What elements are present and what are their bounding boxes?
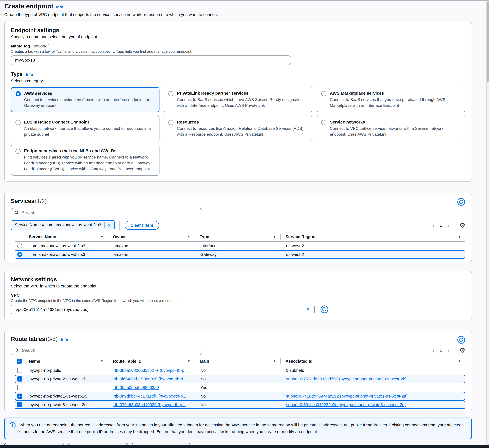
radio-icon[interactable] (16, 149, 21, 154)
route-table-row-private3[interactable]: ✓ byovpc-rtb-private3-us-west-2c rtb-076… (15, 400, 465, 409)
radio-selected-icon[interactable] (17, 252, 22, 257)
vpc-label: VPC (11, 293, 20, 298)
route-tables-heading: Route tables (11, 336, 45, 342)
route-table-row-private1[interactable]: ✓ byovpc-rtb-private1-us-west-2a rtb-0a9… (15, 392, 465, 400)
route-table-id-link[interactable]: rtb-076fdf3b08ed10036 (byovpc-rtb-p... (114, 402, 186, 407)
previous-page-icon[interactable]: ‹ (432, 222, 435, 229)
page-header: Create endpointInfo Create the type of V… (4, 2, 472, 17)
route-tables-card: Route tables (3/5) Info Search (4, 331, 472, 411)
gear-icon[interactable]: ⚙ (459, 222, 465, 229)
subnet-link[interactable]: subnet-0f891cec049232c2e (byovpc-subnet-… (286, 402, 406, 407)
services-search-input[interactable]: Search (11, 208, 202, 217)
filter-icon[interactable]: ▼ (100, 235, 104, 239)
route-table-id-link[interactable]: rtb-06ae0dbd6a88593a0 (114, 385, 159, 390)
type-option-ec2-instance-connect[interactable]: EC2 Instance Connect Endpoint An elastic… (11, 116, 159, 141)
column-header-associated-id[interactable]: Associated Id ▼ (280, 358, 465, 364)
filter-icon[interactable]: ▼ (273, 359, 276, 363)
filter-icon[interactable]: ▼ (458, 359, 461, 363)
endpoint-settings-description: Specify a name and select the type of en… (11, 35, 465, 39)
network-settings-heading: Network settings (11, 276, 57, 282)
route-table-row-main[interactable]: – rtb-06ae0dbd6a88593a0 Yes – (15, 383, 465, 392)
main-cell: No (195, 368, 281, 373)
column-header-type[interactable]: Type ▼ (195, 233, 280, 240)
radio-icon[interactable] (16, 120, 21, 125)
route-table-row-private2[interactable]: ✓ byovpc-rtb-private2-us-west-2b rtb-0f6… (15, 375, 465, 383)
search-placeholder: Search (22, 210, 35, 215)
route-table-id-link[interactable]: rtb-0a9ddbe64c1711df6 (byovpc-rtb-p... (114, 394, 186, 398)
column-header-main[interactable]: Main ▼ (195, 358, 280, 364)
search-icon (14, 348, 19, 353)
checkbox-unchecked[interactable] (17, 385, 22, 390)
radio-icon[interactable] (321, 120, 326, 125)
route-tables-header: − Name ▼ Route Table ID ▼ Main ▼ Associa… (15, 358, 465, 366)
radio-icon[interactable] (321, 91, 326, 96)
route-table-row-public[interactable]: byovpc-rtb-public rtb-0bba10806b33cb27e … (15, 366, 465, 375)
type-option-title: Endpoint services that use NLBs and GWLB… (24, 148, 155, 153)
main-cell: No (195, 394, 281, 398)
route-tables-search-input[interactable]: Search (11, 346, 202, 355)
vpc-select[interactable]: vpc-0eb11514a74631e5f (byovpc-vpc) ▼ (11, 305, 315, 314)
subnet-link[interactable]: subnet-07418de78974ac292 (byovpc-subnet-… (286, 394, 408, 398)
type-option-description: An elastic network interface that allows… (24, 126, 155, 137)
type-info-link[interactable]: Info (26, 73, 33, 77)
clear-filters-button[interactable]: Clear filters (125, 221, 159, 230)
type-option-service-networks[interactable]: Service networks Connect to VPC Lattice … (317, 116, 465, 141)
column-header-owner[interactable]: Owner ▼ (108, 233, 195, 240)
type-option-resources[interactable]: Resources Connect to resources like Amaz… (164, 116, 312, 141)
column-header-service-name[interactable]: Service Name ▼ (24, 233, 108, 240)
route-tables-refresh-button[interactable] (457, 336, 465, 344)
filter-icon[interactable]: ▼ (100, 359, 104, 363)
service-row-interface[interactable]: com.amazonaws.us-west-2.s3 amazon Interf… (15, 241, 465, 250)
name-tag-input[interactable] (11, 56, 291, 65)
vpc-selected-value: vpc-0eb11514a74631e5f (byovpc-vpc) (16, 307, 89, 312)
filter-icon[interactable]: ▼ (458, 235, 461, 239)
gear-icon[interactable]: ⚙ (459, 347, 465, 354)
filter-icon[interactable]: ▼ (273, 235, 276, 239)
alert-text: When you use an endpoint, the source IP … (19, 422, 467, 435)
filter-icon[interactable]: ▼ (187, 235, 190, 239)
page-number[interactable]: 1 (440, 348, 442, 353)
radio-icon[interactable] (17, 243, 22, 248)
radio-icon[interactable] (168, 91, 173, 96)
column-header-name[interactable]: Name ▼ (24, 358, 108, 364)
services-table-header: Service Name ▼ Owner ▼ Type ▼ Service Re… (15, 233, 465, 241)
service-row-gateway-selected[interactable]: com.amazonaws.us-west-2.s3 amazon Gatewa… (15, 250, 465, 259)
checkbox-checked[interactable]: ✓ (17, 394, 22, 399)
radio-icon[interactable] (168, 120, 173, 125)
column-header-service-region[interactable]: Service Region ▼ (280, 233, 465, 240)
previous-page-icon[interactable]: ‹ (432, 347, 435, 354)
main-cell: No (195, 377, 281, 382)
subnet-count-trigger[interactable]: 3 subnets (286, 368, 304, 373)
checkbox-checked[interactable]: ✓ (17, 376, 22, 382)
close-icon[interactable]: ✕ (104, 222, 114, 228)
page-number[interactable]: 1 (440, 223, 442, 228)
scrollbar-thumb[interactable] (487, 2, 489, 82)
next-page-icon[interactable]: › (447, 222, 449, 229)
select-all-checkbox-indeterminate[interactable]: − (16, 359, 22, 364)
type-option-aws-services[interactable]: AWS services Connect to services provide… (11, 87, 159, 112)
filter-icon[interactable]: ▼ (187, 359, 190, 363)
type-option-nlb-gwlb-services[interactable]: Endpoint services that use NLBs and GWLB… (11, 145, 159, 175)
network-settings-description: Select the VPC in which to create the en… (11, 284, 465, 289)
route-table-id-link[interactable]: rtb-0f65438d1199ed009 (byovpc-rtb-p... (114, 377, 187, 381)
name-tag-description: Creates a tag with a key of 'Name' and a… (11, 49, 465, 54)
refresh-button[interactable] (457, 198, 465, 206)
checkbox-checked[interactable]: ✓ (17, 402, 22, 407)
route-tables-info-link[interactable]: Info (61, 338, 68, 342)
vpc-refresh-button[interactable] (320, 305, 328, 313)
column-header-route-table-id[interactable]: Route Table ID ▼ (108, 358, 195, 364)
radio-selected-icon[interactable] (16, 91, 21, 96)
vertical-scrollbar[interactable] (486, 0, 489, 448)
endpoint-settings-heading: Endpoint settings (11, 27, 59, 33)
route-table-id-link[interactable]: rtb-0bba10806b33cb27e (byovpc-rtb-p... (114, 368, 188, 373)
subnet-link[interactable]: subnet-0f752ad83333ad707 (byovpc-subnet-… (286, 377, 407, 381)
next-page-icon[interactable]: › (447, 347, 449, 354)
checkbox-unchecked[interactable] (17, 368, 22, 373)
page-info-link[interactable]: Info (56, 5, 63, 9)
services-card: Services (1/2) Search Service Name = com… (4, 193, 472, 262)
type-option-marketplace[interactable]: AWS Marketplace services Connect to SaaS… (317, 87, 465, 112)
filter-token-label: Service Name = com.amazonaws.us-west-2.s… (15, 223, 101, 228)
type-option-title: Service networks (330, 120, 461, 124)
type-option-privatelink-partner[interactable]: PrivateLink Ready partner services Conne… (164, 87, 312, 112)
window-top-edge (0, 0, 489, 0)
